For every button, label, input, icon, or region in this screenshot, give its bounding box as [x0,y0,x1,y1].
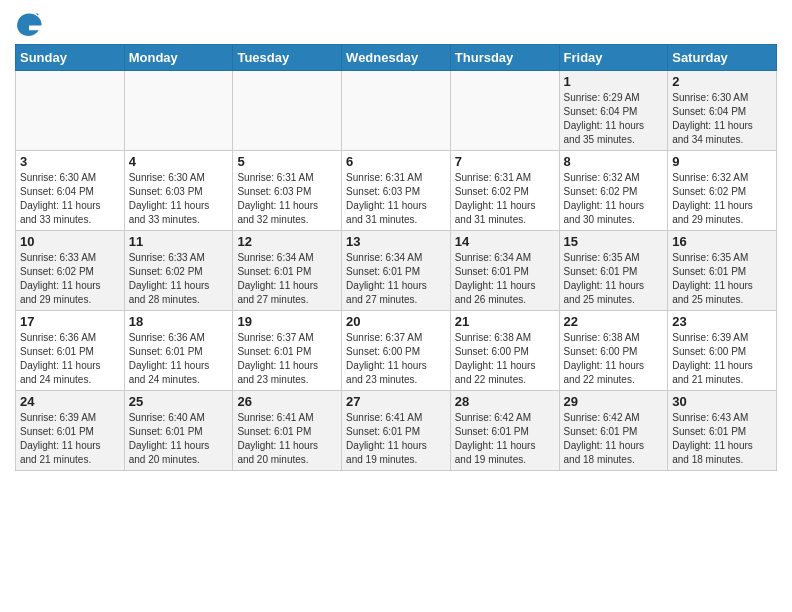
day-number: 12 [237,234,337,249]
day-number: 2 [672,74,772,89]
day-cell: 2Sunrise: 6:30 AM Sunset: 6:04 PM Daylig… [668,71,777,151]
day-info: Sunrise: 6:34 AM Sunset: 6:01 PM Dayligh… [237,251,337,307]
day-cell: 7Sunrise: 6:31 AM Sunset: 6:02 PM Daylig… [450,151,559,231]
day-info: Sunrise: 6:30 AM Sunset: 6:04 PM Dayligh… [20,171,120,227]
day-cell: 1Sunrise: 6:29 AM Sunset: 6:04 PM Daylig… [559,71,668,151]
day-cell: 28Sunrise: 6:42 AM Sunset: 6:01 PM Dayli… [450,391,559,471]
day-cell: 16Sunrise: 6:35 AM Sunset: 6:01 PM Dayli… [668,231,777,311]
day-info: Sunrise: 6:33 AM Sunset: 6:02 PM Dayligh… [20,251,120,307]
day-info: Sunrise: 6:30 AM Sunset: 6:03 PM Dayligh… [129,171,229,227]
calendar-table: SundayMondayTuesdayWednesdayThursdayFrid… [15,44,777,471]
day-cell: 19Sunrise: 6:37 AM Sunset: 6:01 PM Dayli… [233,311,342,391]
day-number: 13 [346,234,446,249]
day-header-wednesday: Wednesday [342,45,451,71]
day-info: Sunrise: 6:39 AM Sunset: 6:01 PM Dayligh… [20,411,120,467]
day-header-tuesday: Tuesday [233,45,342,71]
day-info: Sunrise: 6:39 AM Sunset: 6:00 PM Dayligh… [672,331,772,387]
day-info: Sunrise: 6:36 AM Sunset: 6:01 PM Dayligh… [20,331,120,387]
logo-icon [15,10,43,38]
day-number: 30 [672,394,772,409]
day-number: 6 [346,154,446,169]
day-info: Sunrise: 6:41 AM Sunset: 6:01 PM Dayligh… [237,411,337,467]
header-row-days: SundayMondayTuesdayWednesdayThursdayFrid… [16,45,777,71]
day-cell: 30Sunrise: 6:43 AM Sunset: 6:01 PM Dayli… [668,391,777,471]
day-number: 20 [346,314,446,329]
day-info: Sunrise: 6:30 AM Sunset: 6:04 PM Dayligh… [672,91,772,147]
day-number: 27 [346,394,446,409]
day-cell [16,71,125,151]
day-cell: 15Sunrise: 6:35 AM Sunset: 6:01 PM Dayli… [559,231,668,311]
day-info: Sunrise: 6:41 AM Sunset: 6:01 PM Dayligh… [346,411,446,467]
day-cell: 6Sunrise: 6:31 AM Sunset: 6:03 PM Daylig… [342,151,451,231]
day-number: 18 [129,314,229,329]
day-info: Sunrise: 6:34 AM Sunset: 6:01 PM Dayligh… [455,251,555,307]
day-number: 24 [20,394,120,409]
day-info: Sunrise: 6:31 AM Sunset: 6:03 PM Dayligh… [237,171,337,227]
day-info: Sunrise: 6:43 AM Sunset: 6:01 PM Dayligh… [672,411,772,467]
day-cell: 9Sunrise: 6:32 AM Sunset: 6:02 PM Daylig… [668,151,777,231]
day-info: Sunrise: 6:32 AM Sunset: 6:02 PM Dayligh… [672,171,772,227]
day-cell: 5Sunrise: 6:31 AM Sunset: 6:03 PM Daylig… [233,151,342,231]
day-number: 7 [455,154,555,169]
day-info: Sunrise: 6:36 AM Sunset: 6:01 PM Dayligh… [129,331,229,387]
day-number: 29 [564,394,664,409]
day-number: 11 [129,234,229,249]
day-info: Sunrise: 6:33 AM Sunset: 6:02 PM Dayligh… [129,251,229,307]
day-cell [233,71,342,151]
day-cell: 29Sunrise: 6:42 AM Sunset: 6:01 PM Dayli… [559,391,668,471]
day-info: Sunrise: 6:34 AM Sunset: 6:01 PM Dayligh… [346,251,446,307]
day-info: Sunrise: 6:29 AM Sunset: 6:04 PM Dayligh… [564,91,664,147]
day-number: 5 [237,154,337,169]
day-cell: 18Sunrise: 6:36 AM Sunset: 6:01 PM Dayli… [124,311,233,391]
day-header-thursday: Thursday [450,45,559,71]
day-info: Sunrise: 6:31 AM Sunset: 6:02 PM Dayligh… [455,171,555,227]
day-header-saturday: Saturday [668,45,777,71]
day-cell [450,71,559,151]
day-info: Sunrise: 6:38 AM Sunset: 6:00 PM Dayligh… [564,331,664,387]
day-number: 14 [455,234,555,249]
day-header-sunday: Sunday [16,45,125,71]
day-number: 3 [20,154,120,169]
day-number: 26 [237,394,337,409]
day-cell: 21Sunrise: 6:38 AM Sunset: 6:00 PM Dayli… [450,311,559,391]
day-info: Sunrise: 6:37 AM Sunset: 6:01 PM Dayligh… [237,331,337,387]
day-cell: 4Sunrise: 6:30 AM Sunset: 6:03 PM Daylig… [124,151,233,231]
day-cell: 14Sunrise: 6:34 AM Sunset: 6:01 PM Dayli… [450,231,559,311]
week-row-3: 10Sunrise: 6:33 AM Sunset: 6:02 PM Dayli… [16,231,777,311]
day-number: 4 [129,154,229,169]
day-number: 15 [564,234,664,249]
day-info: Sunrise: 6:42 AM Sunset: 6:01 PM Dayligh… [455,411,555,467]
day-cell: 27Sunrise: 6:41 AM Sunset: 6:01 PM Dayli… [342,391,451,471]
day-info: Sunrise: 6:37 AM Sunset: 6:00 PM Dayligh… [346,331,446,387]
day-number: 22 [564,314,664,329]
day-cell: 11Sunrise: 6:33 AM Sunset: 6:02 PM Dayli… [124,231,233,311]
day-cell: 17Sunrise: 6:36 AM Sunset: 6:01 PM Dayli… [16,311,125,391]
week-row-4: 17Sunrise: 6:36 AM Sunset: 6:01 PM Dayli… [16,311,777,391]
day-info: Sunrise: 6:35 AM Sunset: 6:01 PM Dayligh… [564,251,664,307]
day-number: 19 [237,314,337,329]
day-info: Sunrise: 6:32 AM Sunset: 6:02 PM Dayligh… [564,171,664,227]
day-cell: 20Sunrise: 6:37 AM Sunset: 6:00 PM Dayli… [342,311,451,391]
week-row-5: 24Sunrise: 6:39 AM Sunset: 6:01 PM Dayli… [16,391,777,471]
day-info: Sunrise: 6:42 AM Sunset: 6:01 PM Dayligh… [564,411,664,467]
day-number: 25 [129,394,229,409]
week-row-2: 3Sunrise: 6:30 AM Sunset: 6:04 PM Daylig… [16,151,777,231]
day-cell: 23Sunrise: 6:39 AM Sunset: 6:00 PM Dayli… [668,311,777,391]
day-number: 8 [564,154,664,169]
day-number: 21 [455,314,555,329]
day-cell [342,71,451,151]
week-row-1: 1Sunrise: 6:29 AM Sunset: 6:04 PM Daylig… [16,71,777,151]
day-cell: 10Sunrise: 6:33 AM Sunset: 6:02 PM Dayli… [16,231,125,311]
day-number: 16 [672,234,772,249]
page-container: SundayMondayTuesdayWednesdayThursdayFrid… [0,0,792,481]
day-header-friday: Friday [559,45,668,71]
day-cell: 25Sunrise: 6:40 AM Sunset: 6:01 PM Dayli… [124,391,233,471]
day-cell: 22Sunrise: 6:38 AM Sunset: 6:00 PM Dayli… [559,311,668,391]
day-cell: 24Sunrise: 6:39 AM Sunset: 6:01 PM Dayli… [16,391,125,471]
header-row [15,10,777,38]
day-number: 1 [564,74,664,89]
day-number: 9 [672,154,772,169]
day-number: 23 [672,314,772,329]
day-cell: 3Sunrise: 6:30 AM Sunset: 6:04 PM Daylig… [16,151,125,231]
day-info: Sunrise: 6:35 AM Sunset: 6:01 PM Dayligh… [672,251,772,307]
